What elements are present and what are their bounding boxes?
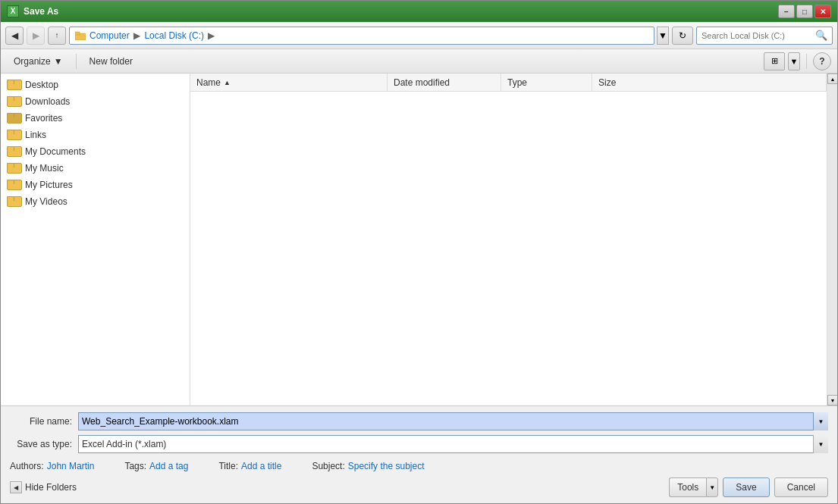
breadcrumb: Computer ▶ Local Disk (C:) ▶ bbox=[89, 30, 216, 41]
toolbar-separator bbox=[76, 54, 77, 69]
sidebar-item-myvideos[interactable]: My Videos bbox=[1, 193, 190, 210]
view-dropdown-icon: ▼ bbox=[790, 57, 799, 66]
organize-button[interactable]: Organize ▼ bbox=[7, 52, 70, 70]
column-header-date[interactable]: Date modified bbox=[388, 74, 501, 91]
help-button[interactable]: ? bbox=[813, 52, 831, 70]
action-row: ◀ Hide Folders Tools ▼ Save Cancel bbox=[10, 477, 828, 497]
authors-value[interactable]: John Martin bbox=[47, 461, 95, 471]
title-value[interactable]: Add a title bbox=[241, 461, 281, 471]
view-icon: ⊞ bbox=[771, 56, 778, 66]
view-button[interactable]: ⊞ bbox=[764, 52, 785, 70]
savetype-select-wrapper: Excel Add-in (*.xlam) ▼ bbox=[78, 435, 828, 453]
up-icon: ↑ bbox=[55, 31, 59, 39]
breadcrumb-localdisk[interactable]: Local Disk (C:) bbox=[144, 30, 204, 41]
save-button[interactable]: Save bbox=[723, 477, 769, 497]
sidebar-item-downloads[interactable]: Downloads bbox=[1, 93, 190, 110]
title-bar: X Save As − □ ✕ bbox=[1, 1, 837, 22]
forward-button[interactable]: ▶ bbox=[27, 27, 45, 45]
filename-input[interactable] bbox=[78, 412, 828, 430]
breadcrumb-computer[interactable]: Computer bbox=[89, 30, 130, 41]
title-item: Title: Add a title bbox=[218, 461, 281, 471]
sort-arrow: ▲ bbox=[224, 79, 231, 86]
hide-folders-label: Hide Folders bbox=[25, 482, 77, 493]
folder-icon-favorites bbox=[7, 113, 20, 124]
hide-folders-button[interactable]: ◀ Hide Folders bbox=[10, 481, 77, 493]
app-icon: X bbox=[7, 5, 19, 17]
column-header-size[interactable]: Size bbox=[592, 74, 827, 91]
toolbar-right: ⊞ ▼ ? bbox=[764, 52, 831, 70]
organize-dropdown-icon: ▼ bbox=[54, 56, 63, 67]
tools-button-wrapper: Tools ▼ bbox=[669, 477, 718, 497]
refresh-button[interactable]: ↻ bbox=[672, 27, 693, 45]
right-panel: Name ▲ Date modified Type Size bbox=[190, 74, 827, 405]
left-panel-content: Desktop Downloads Favorites Links My Doc… bbox=[1, 74, 190, 405]
search-input[interactable] bbox=[701, 31, 815, 40]
search-box[interactable]: 🔍 bbox=[696, 27, 833, 45]
filename-dropdown-icon: ▼ bbox=[818, 418, 824, 425]
forward-icon: ▶ bbox=[33, 30, 39, 41]
close-button[interactable]: ✕ bbox=[814, 5, 831, 18]
right-scrollbar[interactable]: ▲ ▼ bbox=[827, 74, 837, 405]
tools-label: Tools bbox=[677, 482, 698, 493]
authors-item: Authors: John Martin bbox=[10, 461, 94, 471]
subject-value[interactable]: Specify the subject bbox=[348, 461, 425, 471]
savetype-row: Save as type: Excel Add-in (*.xlam) ▼ bbox=[10, 435, 828, 453]
toolbar: Organize ▼ New folder ⊞ ▼ ? bbox=[1, 49, 837, 74]
back-button[interactable]: ◀ bbox=[5, 27, 24, 45]
window-title: Save As bbox=[24, 6, 778, 17]
left-panel: Desktop Downloads Favorites Links My Doc… bbox=[1, 74, 190, 405]
maximize-button[interactable]: □ bbox=[796, 5, 813, 18]
file-list-content bbox=[190, 92, 827, 405]
folder-icon-mymusic bbox=[7, 163, 20, 174]
folder-icon-downloads bbox=[7, 96, 20, 107]
save-label: Save bbox=[736, 482, 756, 493]
sidebar-item-favorites[interactable]: Favorites bbox=[1, 110, 190, 127]
scrollbar-track bbox=[827, 84, 837, 395]
refresh-icon: ↻ bbox=[679, 30, 686, 41]
sidebar-item-mydocuments[interactable]: My Documents bbox=[1, 143, 190, 160]
sidebar-label-mydocuments: My Documents bbox=[25, 146, 86, 157]
sidebar-item-mypictures[interactable]: My Pictures bbox=[1, 177, 190, 193]
tools-button[interactable]: Tools bbox=[669, 477, 706, 497]
sidebar-label-myvideos: My Videos bbox=[25, 196, 67, 207]
address-bar[interactable]: Computer ▶ Local Disk (C:) ▶ bbox=[69, 27, 654, 45]
savetype-select[interactable]: Excel Add-in (*.xlam) bbox=[78, 435, 828, 453]
folder-icon-myvideos bbox=[7, 196, 20, 207]
new-folder-button[interactable]: New folder bbox=[83, 52, 140, 70]
sidebar-item-desktop[interactable]: Desktop bbox=[1, 77, 190, 93]
filename-label: File name: bbox=[10, 416, 78, 427]
column-date-label: Date modified bbox=[394, 77, 450, 88]
tools-dropdown[interactable]: ▼ bbox=[706, 477, 718, 497]
scrollbar-down[interactable]: ▼ bbox=[827, 395, 837, 405]
cancel-button[interactable]: Cancel bbox=[774, 477, 828, 497]
title-label: Title: bbox=[218, 461, 238, 471]
minimize-button[interactable]: − bbox=[778, 5, 795, 18]
sidebar-label-mymusic: My Music bbox=[25, 163, 64, 174]
scrollbar-up[interactable]: ▲ bbox=[827, 74, 837, 84]
savetype-label: Save as type: bbox=[10, 439, 78, 449]
filename-dropdown[interactable]: ▼ bbox=[813, 412, 828, 430]
window-controls: − □ ✕ bbox=[778, 5, 831, 18]
address-bar-dropdown[interactable]: ▼ bbox=[657, 27, 669, 45]
sidebar-label-favorites: Favorites bbox=[25, 113, 62, 124]
save-as-dialog: X Save As − □ ✕ ◀ ▶ ↑ Computer bbox=[0, 0, 838, 504]
column-header-type[interactable]: Type bbox=[501, 74, 592, 91]
sidebar-label-downloads: Downloads bbox=[25, 96, 70, 107]
column-type-label: Type bbox=[507, 77, 527, 88]
hide-folders-icon: ◀ bbox=[10, 481, 22, 493]
tags-value[interactable]: Add a tag bbox=[149, 461, 188, 471]
address-bar-container: ◀ ▶ ↑ Computer ▶ Local Disk (C:) ▶ ▼ bbox=[1, 22, 837, 49]
view-dropdown[interactable]: ▼ bbox=[788, 52, 800, 70]
sidebar-item-mymusic[interactable]: My Music bbox=[1, 160, 190, 177]
sidebar-label-desktop: Desktop bbox=[25, 80, 58, 90]
sidebar-item-links[interactable]: Links bbox=[1, 127, 190, 143]
subject-label: Subject: bbox=[312, 461, 344, 471]
svg-rect-1 bbox=[75, 32, 80, 35]
up-button[interactable]: ↑ bbox=[48, 27, 66, 45]
column-size-label: Size bbox=[598, 77, 616, 88]
search-icon[interactable]: 🔍 bbox=[815, 30, 827, 41]
column-header-name[interactable]: Name ▲ bbox=[190, 74, 388, 91]
path-icon bbox=[74, 30, 86, 42]
tools-dropdown-icon: ▼ bbox=[709, 484, 715, 491]
authors-label: Authors: bbox=[10, 461, 44, 471]
